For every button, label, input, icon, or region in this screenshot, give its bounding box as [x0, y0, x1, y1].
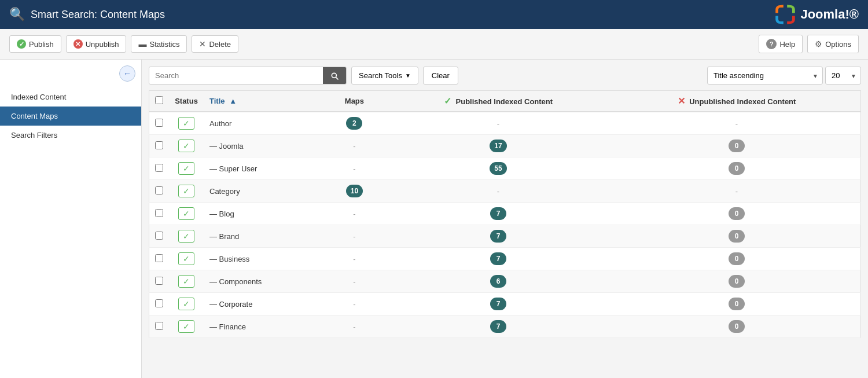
options-button[interactable]: ⚙ Options — [807, 35, 859, 53]
delete-button[interactable]: ✕ Delete — [192, 35, 238, 53]
row-unpublished-cell: 0 — [613, 270, 861, 293]
status-badge[interactable]: ✓ — [178, 275, 194, 288]
status-badge[interactable]: ✓ — [178, 320, 194, 333]
sidebar-item-label: Search Filters — [11, 131, 57, 140]
help-button[interactable]: ? Help — [759, 35, 803, 53]
row-checkbox-cell — [149, 203, 170, 225]
row-maps-cell: - — [325, 135, 384, 157]
status-badge[interactable]: ✓ — [178, 162, 194, 175]
sidebar-item-search-filters[interactable]: Search Filters — [0, 126, 141, 145]
status-check-icon: ✓ — [183, 141, 190, 151]
status-badge[interactable]: ✓ — [178, 185, 194, 197]
unpublished-count-badge: 0 — [729, 275, 745, 288]
unpublished-count-badge: 0 — [729, 320, 745, 333]
row-maps-cell: 2 — [325, 112, 384, 135]
row-title-cell: — Components — [204, 270, 325, 293]
row-status-cell: ✓ — [169, 157, 204, 180]
row-published-cell: - — [384, 112, 613, 135]
row-status-cell: ✓ — [169, 315, 204, 338]
table-row: ✓— Brand-70 — [149, 225, 861, 248]
sort-select-wrapper: Title ascending Title descending Maps as… — [707, 67, 823, 85]
row-unpublished-cell: 0 — [613, 248, 861, 270]
published-count-badge: 7 — [490, 298, 506, 310]
logo-text: Joomla! — [800, 7, 849, 22]
title-sort-link[interactable]: Title ▲ — [209, 97, 237, 105]
row-checkbox-cell — [149, 270, 170, 293]
maps-count-badge: 10 — [346, 185, 363, 197]
x-icon: ✕ — [73, 39, 83, 49]
select-all-checkbox[interactable] — [155, 96, 163, 104]
sidebar-item-indexed-content[interactable]: Indexed Content — [0, 87, 141, 107]
maps-dash: - — [353, 277, 355, 286]
statistics-button[interactable]: ▬ Statistics — [131, 35, 187, 53]
status-check-icon: ✓ — [183, 322, 190, 331]
sort-select[interactable]: Title ascending Title descending Maps as… — [707, 67, 823, 85]
status-badge[interactable]: ✓ — [178, 117, 194, 130]
unpublished-dash: - — [735, 119, 738, 128]
row-published-cell: 7 — [384, 248, 613, 270]
clear-button[interactable]: Clear — [423, 67, 458, 85]
per-page-select[interactable]: 5 10 15 20 25 30 50 100 — [825, 67, 861, 85]
sort-wrapper: Title ascending Title descending Maps as… — [707, 67, 861, 85]
row-unpublished-cell: 0 — [613, 315, 861, 338]
status-badge[interactable]: ✓ — [178, 298, 194, 310]
row-title-cell: Author — [204, 112, 325, 135]
row-status-cell: ✓ — [169, 135, 204, 157]
toolbar: ✓ Publish ✕ Unpublish ▬ Statistics ✕ Del… — [0, 29, 868, 60]
published-count-badge: 7 — [490, 320, 506, 333]
search-tools-button[interactable]: Search Tools ▼ — [351, 67, 418, 85]
row-checkbox[interactable] — [155, 299, 163, 307]
unpublish-button[interactable]: ✕ Unpublish — [66, 35, 127, 53]
row-checkbox[interactable] — [155, 119, 163, 127]
status-check-icon: ✓ — [183, 299, 190, 309]
row-maps-cell: - — [325, 315, 384, 338]
sidebar-toggle-button[interactable]: ← — [119, 65, 135, 82]
sidebar-item-label: Indexed Content — [11, 93, 66, 101]
row-checkbox-cell — [149, 293, 170, 315]
sidebar-item-content-maps[interactable]: Content Maps — [0, 107, 141, 126]
search-tools-label: Search Tools — [359, 71, 402, 80]
row-maps-cell: - — [325, 157, 384, 180]
maps-count-badge: 2 — [346, 117, 362, 130]
row-published-cell: 7 — [384, 315, 613, 338]
row-checkbox[interactable] — [155, 164, 163, 172]
row-checkbox-cell — [149, 315, 170, 338]
published-dash: - — [497, 187, 499, 196]
row-checkbox[interactable] — [155, 209, 163, 217]
maps-dash: - — [353, 255, 355, 263]
search-input[interactable] — [149, 67, 323, 84]
options-label: Options — [825, 40, 851, 49]
row-checkbox[interactable] — [155, 322, 163, 330]
row-checkbox[interactable] — [155, 254, 163, 262]
row-checkbox-cell — [149, 157, 170, 180]
publish-button[interactable]: ✓ Publish — [9, 35, 61, 53]
table-header-row: Status Title ▲ Maps ✓ Published Indexed … — [149, 91, 861, 112]
row-checkbox[interactable] — [155, 277, 163, 285]
row-checkbox[interactable] — [155, 141, 163, 149]
unpublish-label: Unpublish — [86, 40, 119, 49]
row-checkbox[interactable] — [155, 232, 163, 240]
th-status: Status — [169, 91, 204, 112]
row-checkbox[interactable] — [155, 186, 163, 194]
table-row: ✓— Corporate-70 — [149, 293, 861, 315]
status-badge[interactable]: ✓ — [178, 252, 194, 265]
status-check-icon: ✓ — [183, 186, 190, 196]
status-badge[interactable]: ✓ — [178, 207, 194, 220]
bar-chart-icon: ▬ — [138, 39, 146, 49]
content-maps-table: Status Title ▲ Maps ✓ Published Indexed … — [149, 90, 861, 338]
status-badge[interactable]: ✓ — [178, 140, 194, 152]
row-unpublished-cell: - — [613, 112, 861, 135]
search-icon: 🔍 — [9, 7, 25, 22]
row-published-cell: - — [384, 180, 613, 203]
sidebar-toggle-area: ← — [0, 65, 141, 87]
help-label: Help — [779, 40, 795, 49]
row-status-cell: ✓ — [169, 203, 204, 225]
th-unpublished: ✕ Unpublished Indexed Content — [613, 91, 861, 112]
search-button[interactable] — [323, 67, 346, 84]
row-title-cell: — Brand — [204, 225, 325, 248]
status-badge[interactable]: ✓ — [178, 230, 194, 243]
row-checkbox-cell — [149, 135, 170, 157]
th-title[interactable]: Title ▲ — [204, 91, 325, 112]
main-layout: ← Indexed Content Content Maps Search Fi… — [0, 60, 868, 378]
row-title-cell: — Corporate — [204, 293, 325, 315]
